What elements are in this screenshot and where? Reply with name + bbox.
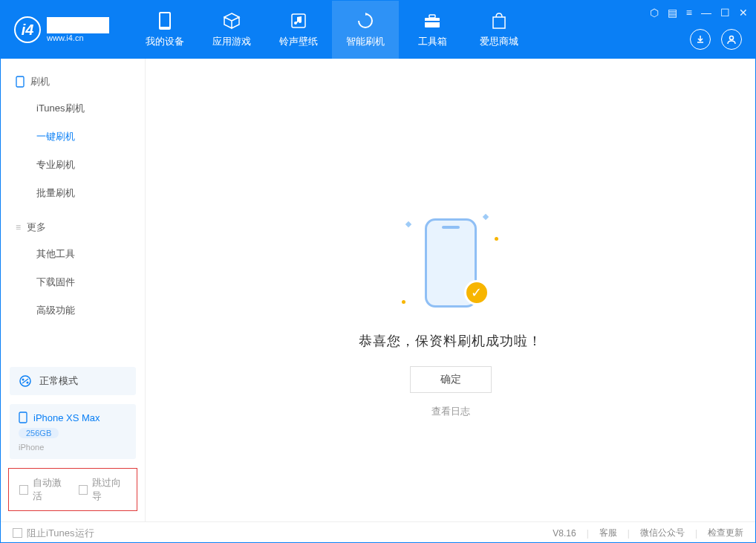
status-link-update[interactable]: 检查更新 <box>708 527 743 539</box>
success-illustration: ✓ <box>406 207 495 319</box>
status-link-service[interactable]: 客服 <box>599 527 617 539</box>
logo-icon: i4 <box>14 16 41 43</box>
sidebar-item-download-firmware[interactable]: 下载固件 <box>1 268 145 296</box>
svg-rect-4 <box>429 15 435 18</box>
ok-button[interactable]: 确定 <box>410 366 492 393</box>
nav-tab-flash[interactable]: 智能刷机 <box>332 1 399 59</box>
titlebar: i4 爱思助手 www.i4.cn 我的设备 应用游戏 铃声壁纸 智能刷机 工具… <box>1 1 755 59</box>
sidebar-group-more: ≡ 更多 <box>1 215 145 240</box>
nav-tab-ringtones[interactable]: 铃声壁纸 <box>265 1 332 59</box>
logo-area: i4 爱思助手 www.i4.cn <box>14 16 109 43</box>
checkbox-auto-activate[interactable]: 自动激活 <box>19 476 67 503</box>
svg-rect-3 <box>425 18 440 27</box>
svg-point-9 <box>22 379 25 381</box>
sidebar-item-batch-flash[interactable]: 批量刷机 <box>1 179 145 207</box>
phone-icon <box>16 76 25 88</box>
toolbox-icon <box>423 11 442 30</box>
sidebar-item-advanced[interactable]: 高级功能 <box>1 296 145 325</box>
close-button[interactable]: ✕ <box>739 7 748 19</box>
nav-tab-my-device[interactable]: 我的设备 <box>131 1 198 59</box>
svg-rect-11 <box>19 412 27 423</box>
nav-label: 应用游戏 <box>212 35 251 48</box>
music-icon <box>289 11 308 30</box>
list-icon[interactable]: ▤ <box>668 7 677 19</box>
list-icon: ≡ <box>16 222 21 233</box>
success-message: 恭喜您，保资料刷机成功啦！ <box>359 332 542 350</box>
device-icon <box>155 11 175 30</box>
status-link-wechat[interactable]: 微信公众号 <box>640 527 685 539</box>
mode-card[interactable]: 正常模式 <box>10 367 136 395</box>
bag-icon <box>489 11 509 30</box>
checkbox-block-itunes[interactable]: 阻止iTunes运行 <box>13 527 94 540</box>
shirt-icon[interactable]: ⬡ <box>650 7 659 19</box>
device-name-label: iPhone XS Max <box>33 412 100 423</box>
download-button[interactable] <box>690 29 711 50</box>
sidebar-group-flash: 刷机 <box>1 69 145 94</box>
checkbox-icon <box>13 528 22 538</box>
nav-label: 铃声壁纸 <box>279 35 318 48</box>
check-icon: ✓ <box>464 280 489 305</box>
nav-tabs: 我的设备 应用游戏 铃声壁纸 智能刷机 工具箱 爱思商城 <box>131 1 532 59</box>
user-button[interactable] <box>721 29 742 50</box>
menu-icon[interactable]: ≡ <box>686 7 692 19</box>
sidebar-item-other-tools[interactable]: 其他工具 <box>1 240 145 268</box>
svg-point-6 <box>730 36 734 40</box>
refresh-icon <box>356 11 375 30</box>
nav-tab-toolbox[interactable]: 工具箱 <box>399 1 466 59</box>
minimize-button[interactable]: — <box>701 7 711 19</box>
main-content: ✓ 恭喜您，保资料刷机成功啦！ 确定 查看日志 <box>146 59 755 521</box>
statusbar: 阻止iTunes运行 V8.16 | 客服 | 微信公众号 | 检查更新 <box>1 521 755 543</box>
mode-label: 正常模式 <box>39 374 78 388</box>
svg-rect-5 <box>425 21 440 22</box>
nav-tab-store[interactable]: 爱思商城 <box>466 1 532 59</box>
nav-label: 工具箱 <box>418 35 447 48</box>
sidebar-item-oneclick-flash[interactable]: 一键刷机 <box>1 123 145 151</box>
checkbox-skip-guide[interactable]: 跳过向导 <box>79 476 126 503</box>
sidebar-item-pro-flash[interactable]: 专业刷机 <box>1 151 145 179</box>
window-controls: ⬡ ▤ ≡ — ☐ ✕ <box>650 7 748 19</box>
maximize-button[interactable]: ☐ <box>720 7 730 19</box>
sidebar: 刷机 iTunes刷机 一键刷机 专业刷机 批量刷机 ≡ 更多 其他工具 下载固… <box>1 59 146 521</box>
checkbox-row-highlighted: 自动激活 跳过向导 <box>8 468 137 511</box>
app-name: 爱思助手 <box>47 17 109 33</box>
cube-icon <box>222 11 241 30</box>
sidebar-item-itunes-flash[interactable]: iTunes刷机 <box>1 94 145 123</box>
svg-rect-1 <box>160 13 169 27</box>
svg-point-10 <box>27 382 29 384</box>
success-panel: ✓ 恭喜您，保资料刷机成功啦！ 确定 查看日志 <box>146 207 755 418</box>
nav-tab-apps[interactable]: 应用游戏 <box>198 1 265 59</box>
phone-icon <box>19 412 27 423</box>
nav-label: 爱思商城 <box>480 35 518 48</box>
view-log-link[interactable]: 查看日志 <box>431 405 470 418</box>
checkbox-icon <box>19 485 28 495</box>
nav-label: 我的设备 <box>146 35 184 48</box>
mode-icon <box>19 374 32 388</box>
nav-label: 智能刷机 <box>346 35 385 48</box>
capacity-badge: 256GB <box>19 428 59 438</box>
device-type-label: iPhone <box>19 443 44 452</box>
app-site: www.i4.cn <box>47 33 109 42</box>
device-card[interactable]: iPhone XS Max 256GB iPhone <box>10 404 136 459</box>
svg-rect-7 <box>16 77 24 87</box>
version-label: V8.16 <box>553 528 576 539</box>
checkbox-icon <box>79 485 88 495</box>
